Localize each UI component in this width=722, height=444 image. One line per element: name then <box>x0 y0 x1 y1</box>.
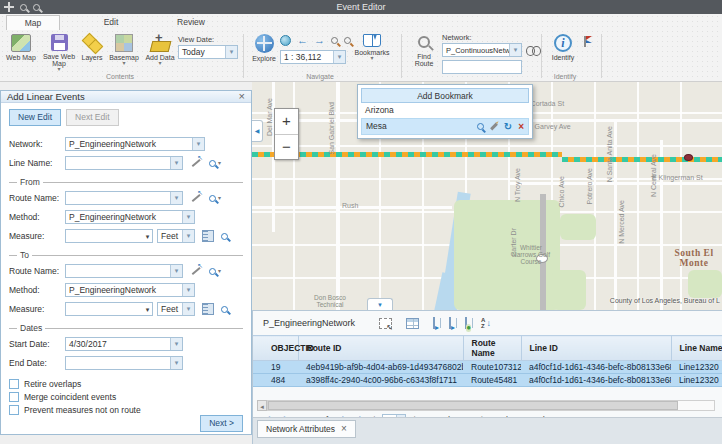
basemap-button[interactable]: Basemap ▾ <box>106 34 142 66</box>
to-route-name-select[interactable] <box>65 264 183 278</box>
zoom-to-selected-icon[interactable]: ▸ <box>433 318 435 328</box>
switch-selection-icon[interactable]: ● <box>465 318 467 328</box>
from-measure-caret-icon[interactable] <box>143 231 152 241</box>
to-method-select[interactable]: P_EngineeringNetwork <box>65 283 195 297</box>
table-hscrollbar[interactable] <box>257 400 715 411</box>
tab-close-icon[interactable]: × <box>341 424 347 434</box>
network-caret-icon[interactable] <box>192 138 204 150</box>
previous-extent-icon[interactable]: ← <box>297 35 308 46</box>
to-measure-caret-icon[interactable] <box>143 304 152 314</box>
sort-icon[interactable]: AZ↓ <box>481 317 491 329</box>
web-map-button[interactable]: Web Map <box>3 34 39 61</box>
clear-selection-icon[interactable]: ▸ <box>449 318 451 328</box>
new-edit-button[interactable]: New Edit <box>9 109 61 126</box>
from-units-select[interactable]: Feet <box>157 229 195 243</box>
next-extent-icon[interactable]: → <box>314 35 325 46</box>
tab-map[interactable]: Map <box>6 15 60 30</box>
col-objectid[interactable]: OBJECTID <box>253 336 298 361</box>
scale-select[interactable]: 1 : 36,112 <box>280 50 346 64</box>
open-table-icon[interactable] <box>406 318 419 329</box>
collapse-panel-button[interactable] <box>252 120 263 142</box>
bookmark-item-mesa[interactable]: Mesa ↻ × <box>361 118 529 135</box>
scale-caret-icon[interactable] <box>333 51 345 63</box>
next-edit-button[interactable]: Next Edit <box>66 109 119 126</box>
line-name-select[interactable] <box>65 156 183 170</box>
merge-coincident-checkbox[interactable] <box>9 392 19 402</box>
bookmark-zoom-icon[interactable] <box>477 123 484 130</box>
add-data-button[interactable]: Add Data ▾ <box>142 34 178 66</box>
panel-close-icon[interactable]: × <box>239 91 245 102</box>
find-route-network-select[interactable]: P_ContinuousNetwork <box>442 43 522 57</box>
pan-icon[interactable] <box>4 2 14 12</box>
from-method-select[interactable]: P_EngineeringNetwork <box>65 210 195 224</box>
layers-button[interactable]: Layers <box>76 34 108 61</box>
from-route-caret-icon[interactable] <box>170 192 182 204</box>
col-line-id[interactable]: Line ID <box>521 336 671 361</box>
to-measure-ruler-icon[interactable] <box>202 303 214 315</box>
collapse-table-button[interactable] <box>367 298 393 310</box>
map-zoom-in-button[interactable]: + <box>275 109 298 134</box>
pick-from-route-icon[interactable] <box>190 192 202 204</box>
view-date-caret-icon[interactable] <box>225 46 237 58</box>
start-date-input[interactable]: 4/30/2017 <box>65 337 183 351</box>
tab-review[interactable]: Review <box>162 15 220 30</box>
binoculars-icon[interactable] <box>526 45 541 55</box>
to-measure-input[interactable] <box>65 302 153 316</box>
basemap-caret-icon[interactable]: ▾ <box>122 61 125 66</box>
bookmark-delete-icon[interactable]: × <box>518 122 524 132</box>
map-zoom-out-icon[interactable] <box>344 37 351 44</box>
tab-edit[interactable]: Edit <box>84 15 138 30</box>
bookmark-edit-icon[interactable] <box>490 123 498 131</box>
from-method-caret-icon[interactable] <box>182 211 194 223</box>
find-route-button[interactable]: Find Route <box>408 34 440 67</box>
bookmarks-caret-icon[interactable]: ▾ <box>370 56 373 61</box>
col-line-name[interactable]: Line Name <box>671 336 722 361</box>
add-data-caret-icon[interactable]: ▾ <box>158 61 161 66</box>
end-date-caret-icon[interactable] <box>170 357 182 369</box>
to-units-select[interactable]: Feet <box>157 302 195 316</box>
view-date-select[interactable]: Today <box>178 45 238 59</box>
zoom-in-icon[interactable] <box>20 4 27 11</box>
table-row[interactable]: 484 a398ff4c-2940-4c00-96b6-c6343f8f1711… <box>253 374 722 387</box>
zoom-to-to-measure-icon[interactable] <box>221 306 228 313</box>
save-web-map-caret-icon[interactable]: ▾ <box>57 67 60 72</box>
col-route-id[interactable]: Route ID <box>298 336 463 361</box>
col-route-name[interactable]: Route Name <box>463 336 521 361</box>
from-measure-ruler-icon[interactable] <box>202 230 214 242</box>
line-name-caret-icon[interactable] <box>170 157 182 169</box>
save-web-map-button[interactable]: Save Web Map ▾ <box>41 34 77 72</box>
next-button[interactable]: Next > <box>200 415 243 432</box>
to-units-caret-icon[interactable] <box>182 303 194 315</box>
pick-to-route-icon[interactable] <box>190 265 202 277</box>
add-bookmark-button[interactable]: Add Bookmark <box>361 88 529 103</box>
map-zoom-out-button[interactable]: − <box>275 134 298 159</box>
tab-network-attributes[interactable]: Network Attributes × <box>257 420 356 438</box>
to-method-caret-icon[interactable] <box>182 284 194 296</box>
table-row[interactable]: 19 4eb9419b-af9b-4d04-ab69-1d493476802b … <box>253 361 722 374</box>
zoom-to-from-measure-icon[interactable] <box>221 233 228 240</box>
zoom-to-from-route-button[interactable]: ▾ <box>209 195 221 202</box>
prevent-measures-checkbox[interactable] <box>9 405 19 415</box>
to-route-caret-icon[interactable] <box>170 265 182 277</box>
network-select[interactable]: P_EngineeringNetwork <box>65 137 205 151</box>
from-route-name-select[interactable] <box>65 191 183 205</box>
bookmark-item-arizona[interactable]: Arizona <box>361 103 529 118</box>
locate-pin-icon[interactable] <box>580 36 590 48</box>
start-date-caret-icon[interactable] <box>170 338 182 350</box>
scroll-left-icon[interactable] <box>257 400 267 411</box>
scrollbar-thumb[interactable] <box>268 401 678 410</box>
zoom-to-line-button[interactable]: ▾ <box>209 160 221 167</box>
find-route-network-caret-icon[interactable] <box>509 44 521 56</box>
from-units-caret-icon[interactable] <box>182 230 194 242</box>
pick-line-on-map-icon[interactable] <box>190 157 202 169</box>
from-measure-input[interactable] <box>65 229 153 243</box>
retire-overlaps-checkbox[interactable] <box>9 379 19 389</box>
zoom-to-to-route-button[interactable]: ▾ <box>209 268 221 275</box>
map-zoom-in-icon[interactable] <box>331 37 338 44</box>
select-features-icon[interactable] <box>379 318 392 329</box>
bookmark-refresh-icon[interactable]: ↻ <box>504 122 512 132</box>
full-extent-icon[interactable] <box>280 35 291 46</box>
find-route-input[interactable] <box>442 60 522 74</box>
zoom-out-icon[interactable] <box>33 4 40 11</box>
bookmarks-button[interactable]: Bookmarks ▾ <box>352 34 392 61</box>
